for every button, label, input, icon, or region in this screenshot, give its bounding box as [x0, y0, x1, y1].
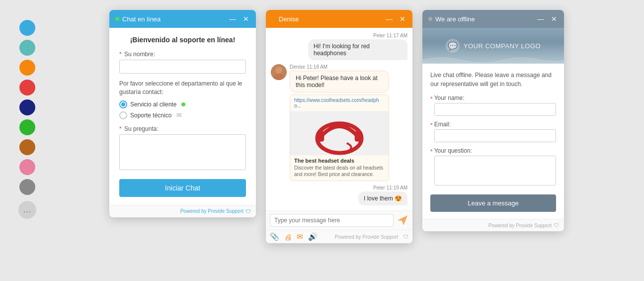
header-controls-2: — ✕: [385, 15, 406, 22]
required-star-q: *: [119, 125, 122, 132]
chat-title-1: Chat en línea: [122, 15, 161, 23]
more-button[interactable]: ...: [18, 201, 36, 219]
powered-by-3: Powered by Provide Support 🛡: [422, 219, 564, 231]
shield-icon-3: 🛡: [554, 222, 559, 228]
required-star-name: *: [119, 51, 122, 58]
powered-by-2: Powered by Provide Support: [335, 234, 398, 240]
color-dot-orange[interactable]: [19, 60, 35, 76]
link-title: The best headset deals: [290, 156, 389, 164]
chat-toolbar: 📎 🖨 ✉ 🔊 Powered by Provide Support 🛡: [266, 230, 412, 243]
chat-title-3: We are offline: [435, 15, 475, 23]
print-icon[interactable]: 🖨: [284, 233, 292, 241]
sound-icon[interactable]: 🔊: [308, 232, 318, 241]
dept2-email-icon: ✉: [176, 111, 182, 119]
req-star-name: *: [430, 95, 433, 102]
color-dot-green[interactable]: [19, 119, 35, 135]
chat-window-1: Chat en línea — ✕ ¡Bienvenido al soporte…: [109, 10, 256, 217]
dept-label: Por favor seleccione el departamento al …: [119, 80, 246, 96]
minimize-btn-3[interactable]: —: [536, 15, 545, 22]
message-2: Denise 11:18 AM Hi Peter! Please have a …: [271, 64, 407, 181]
header-controls-3: — ✕: [536, 15, 558, 22]
minimize-btn-1[interactable]: —: [228, 15, 237, 22]
name-input[interactable]: [119, 60, 246, 74]
offline-question-label: Your question:: [434, 147, 556, 154]
attachment-icon[interactable]: 📎: [270, 232, 279, 241]
message-3: Peter 11:19 AM I love them 😍: [271, 185, 407, 205]
powered-by-1: Powered by Provide Support 🛡: [109, 205, 256, 217]
chat-header-2: Denise — ✕: [266, 10, 412, 28]
wave-decoration: [422, 55, 564, 64]
radio-circle-2: [119, 111, 127, 119]
color-dot-navy[interactable]: [19, 99, 35, 115]
chat-header-3: We are offline — ✕: [422, 10, 564, 28]
radio-item-1[interactable]: Servicio al cliente: [119, 100, 246, 108]
status-dot-2: [272, 17, 276, 21]
req-star-email: *: [430, 122, 433, 129]
start-chat-btn[interactable]: Iniciar Chat: [119, 179, 246, 197]
logo-bubble-icon: 💬: [448, 41, 458, 51]
shield-icon-1: 🛡: [245, 208, 251, 214]
offline-form-row-question: * Your question:: [430, 147, 556, 187]
offline-form-row-email: * Email:: [430, 121, 556, 146]
msg-2-content: Denise 11:18 AM Hi Peter! Please have a …: [290, 64, 389, 181]
link-preview: https://www.coolheadsets.com/headpho...: [290, 94, 389, 181]
color-dot-teal[interactable]: [19, 40, 35, 56]
question-textarea[interactable]: [119, 134, 246, 170]
req-star-question: *: [430, 148, 433, 155]
close-btn-3[interactable]: ✕: [550, 15, 558, 22]
close-btn-1[interactable]: ✕: [242, 15, 250, 22]
svg-rect-2: [290, 111, 389, 155]
color-dot-blue[interactable]: [19, 20, 35, 36]
shield-icon-2: 🛡: [403, 234, 408, 240]
svg-point-1: [273, 74, 284, 80]
msg-meta-3: Peter 11:19 AM: [373, 185, 407, 190]
msg-meta-1: Peter 11:17 AM: [373, 33, 407, 38]
color-dot-pink[interactable]: [19, 159, 35, 175]
send-icon: [397, 214, 408, 226]
logo-bubble: 💬: [446, 39, 460, 53]
question-label: * Su pregunta:: [119, 125, 246, 132]
send-button[interactable]: [397, 214, 408, 226]
offline-form-row-name: * Your name:: [430, 94, 556, 120]
chat-title-2: Denise: [279, 15, 299, 23]
close-btn-2[interactable]: ✕: [399, 15, 406, 22]
message-input[interactable]: [270, 214, 394, 227]
leave-message-btn[interactable]: Leave a message: [430, 194, 556, 212]
status-dot-1: [115, 17, 119, 21]
chat-windows: Chat en línea — ✕ ¡Bienvenido al soporte…: [109, 10, 564, 243]
msg-bubble-1: Hi! I'm looking for red headphones: [308, 39, 407, 60]
offline-question-group: Your question:: [434, 147, 556, 187]
color-dot-brown[interactable]: [19, 139, 35, 155]
chat-window-2: Denise — ✕ Peter 11:17 AM Hi! I'm lookin…: [266, 10, 412, 243]
offline-name-input[interactable]: [434, 103, 556, 116]
chat-header-1: Chat en línea — ✕: [109, 10, 256, 28]
main-container: ... Chat en línea — ✕ ¡Bienvenido al sop…: [0, 0, 644, 281]
dept1-label: Servicio al cliente: [130, 101, 176, 108]
chat-input-area: [266, 210, 412, 230]
dept2-label: Soporte técnico: [130, 112, 171, 119]
minimize-btn-2[interactable]: —: [385, 15, 394, 22]
agent-avatar: [271, 64, 287, 80]
radio-item-2[interactable]: Soporte técnico ✉: [119, 111, 246, 119]
msg-bubble-3: I love them 😍: [358, 191, 407, 205]
link-url[interactable]: https://www.coolheadsets.com/headpho...: [290, 95, 389, 111]
offline-email-input[interactable]: [434, 129, 556, 142]
sidebar: ...: [15, 10, 40, 219]
svg-point-0: [275, 67, 282, 74]
msg-meta-2: Denise 11:18 AM: [290, 64, 389, 70]
powered-by-text-3: Powered by Provide Support: [488, 223, 552, 228]
offline-question-textarea[interactable]: [434, 156, 556, 186]
color-dot-red[interactable]: [19, 80, 35, 95]
chat-window-3: We are offline — ✕ 💬 YOUR COMPANY LOGO: [422, 10, 564, 231]
message-1: Peter 11:17 AM Hi! I'm looking for red h…: [271, 33, 407, 60]
email-icon[interactable]: ✉: [297, 232, 303, 241]
offline-message: Live chat offline. Please leave a messag…: [430, 71, 556, 89]
header-controls-1: — ✕: [228, 15, 250, 22]
dept1-status: [181, 102, 185, 106]
offline-name-group: Your name:: [434, 94, 556, 120]
color-dot-gray[interactable]: [19, 179, 35, 195]
radio-group: Servicio al cliente Soporte técnico ✉: [119, 100, 246, 119]
chat-body-2: Peter 11:17 AM Hi! I'm looking for red h…: [266, 28, 412, 210]
radio-circle-1: [119, 100, 127, 108]
powered-by-text-1: Powered by Provide Support: [180, 208, 243, 214]
